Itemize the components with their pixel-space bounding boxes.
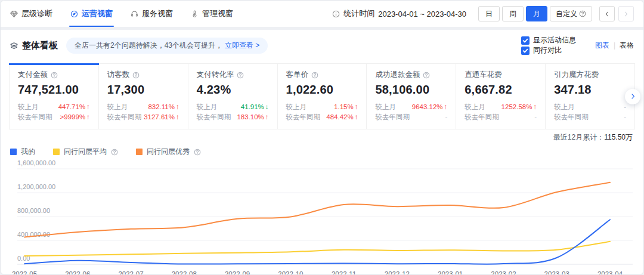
- legend-swatch: [53, 149, 60, 155]
- question-icon: [132, 72, 140, 79]
- next-period-button[interactable]: [618, 6, 634, 21]
- x-axis-tick: 2023-04: [597, 270, 623, 275]
- toggle-0[interactable]: 显示活动信息: [521, 35, 576, 45]
- notice-link[interactable]: 立即查看 >: [225, 41, 259, 51]
- period-button-group: 日周月自定义: [476, 6, 592, 21]
- period-button-周[interactable]: 周: [502, 6, 524, 21]
- checkbox-icon[interactable]: [521, 47, 530, 55]
- compass-icon: [70, 10, 78, 18]
- compare-row: 较上月 -: [554, 102, 626, 112]
- legend-item-0[interactable]: 我的: [10, 147, 35, 157]
- nav-tab-3[interactable]: 管理视窗: [191, 1, 233, 27]
- prev-period-button[interactable]: [599, 6, 615, 21]
- compare-row: 较去年同期 484.42%↑: [286, 112, 358, 122]
- y-axis-tick: 1,600,000.00: [17, 159, 55, 166]
- compare-value: 1252.58%↑: [501, 102, 537, 112]
- compare-label: 较去年同期: [554, 112, 589, 122]
- x-axis-tick: 2022-10: [278, 270, 303, 275]
- toggle-group: 显示活动信息 同行对比: [521, 35, 586, 55]
- summary-value: 115.50万: [604, 133, 633, 141]
- up-arrow-icon: ↑: [176, 113, 179, 120]
- x-axis-tick: 2022-11: [332, 270, 356, 275]
- board-title: 整体看板: [10, 40, 58, 51]
- custom-range-button[interactable]: 自定义: [550, 6, 592, 21]
- nav-tab-2[interactable]: 服务视窗: [131, 1, 173, 27]
- metric-card-3[interactable]: 客单价 1,022.60 较上月 1.15%↑ 较去年同期 484.42%↑: [278, 64, 367, 129]
- metric-card-2[interactable]: 支付转化率 4.23% 较上月 41.91%↓ 较去年同期 183.10%↑: [188, 64, 278, 129]
- compare-value: 832.11%↑: [148, 102, 179, 112]
- metric-card-5[interactable]: 直通车花费 6,667.82 较上月 1252.58%↑ 较去年同期 -: [456, 64, 546, 129]
- notice-pill: 全店一共有2个问题待解决，43个机会可提升， 立即查看 >: [66, 38, 268, 54]
- view-chart-option[interactable]: 图表: [595, 41, 609, 51]
- x-axis-tick: 2023-01: [438, 270, 463, 275]
- nav-tab-1[interactable]: 运营视窗: [70, 1, 113, 27]
- compare-label: 较去年同期: [375, 112, 410, 122]
- y-axis-tick: 400,000.00: [17, 231, 50, 238]
- up-arrow-icon: ↑: [86, 113, 90, 120]
- compare-label: 较去年同期: [197, 112, 231, 122]
- legend-label: 同行同层优秀: [147, 147, 190, 157]
- legend-swatch: [136, 149, 143, 155]
- compare-value: 484.42%↑: [326, 112, 358, 122]
- metric-value: 58,106.00: [375, 83, 447, 97]
- compare-label: 较去年同期: [107, 112, 142, 122]
- compare-row: 较上月 832.11%↑: [107, 102, 179, 112]
- compare-row: 较上月 41.91%↓: [197, 102, 269, 112]
- metric-title: 引力魔方花费: [554, 70, 599, 80]
- up-arrow-icon: ↑: [176, 103, 179, 110]
- summary-row: 最近12月累计：115.50万: [11, 132, 633, 143]
- metric-card-0[interactable]: 支付金额 747,521.00 较上月 447.71%↑ 较去年同期 >9999…: [10, 64, 99, 129]
- compare-value: 9643.12%↑: [412, 102, 448, 112]
- compare-value: -: [534, 112, 537, 122]
- legend-item-2[interactable]: 同行同层优秀: [136, 147, 201, 157]
- stat-time: 统计时间 2023-04-01 ~ 2023-04-30: [332, 8, 466, 19]
- up-arrow-icon: ↑: [444, 103, 448, 110]
- metric-card-6[interactable]: 引力魔方花费 347.18 较上月 - 较去年同期 -: [546, 64, 634, 129]
- legend-label: 同行同层平均: [64, 147, 107, 157]
- stat-time-range: 2023-04-01 ~ 2023-04-30: [378, 10, 466, 18]
- metric-card-4[interactable]: 成功退款金额 58,106.00 较上月 9643.12%↑ 较去年同期 -: [367, 64, 456, 129]
- toggle-1[interactable]: 同行对比: [521, 45, 586, 55]
- y-axis-tick: 1,200,000.00: [17, 183, 55, 190]
- compare-label: 较上月: [18, 102, 39, 112]
- cards-next-button[interactable]: [625, 89, 640, 104]
- metric-cards: 支付金额 747,521.00 较上月 447.71%↑ 较去年同期 >9999…: [9, 63, 635, 129]
- view-table-option[interactable]: 表格: [620, 41, 634, 51]
- up-arrow-icon: ↑: [86, 103, 90, 110]
- compare-value: -: [445, 112, 447, 122]
- compare-label: 较上月: [465, 102, 485, 112]
- checkbox-icon[interactable]: [521, 36, 530, 45]
- question-icon: [194, 149, 201, 156]
- compare-label: 较去年同期: [286, 112, 321, 122]
- layers-icon: [10, 42, 18, 50]
- compare-row: 较上月 447.71%↑: [18, 102, 90, 112]
- period-button-月[interactable]: 月: [526, 6, 547, 21]
- nav-tab-0[interactable]: 层级诊断: [10, 1, 52, 27]
- compare-label: 较上月: [554, 102, 575, 112]
- y-axis-tick: 800,000.00: [17, 207, 50, 214]
- metric-title: 成功退款金额: [375, 70, 420, 80]
- metric-value: 4.23%: [197, 83, 269, 97]
- legend-item-1[interactable]: 同行同层平均: [53, 147, 118, 157]
- metric-card-1[interactable]: 访客数 17,300 较上月 832.11%↑ 较去年同期 3127.61%↑: [99, 64, 188, 129]
- compare-value: 447.71%↑: [58, 102, 90, 112]
- x-axis-tick: 2023-02: [491, 270, 516, 275]
- thermometer-icon: [191, 10, 199, 18]
- compare-row: 较上月 9643.12%↑: [375, 102, 447, 112]
- question-icon: [237, 72, 244, 79]
- compare-row: 较上月 1252.58%↑: [465, 102, 537, 112]
- board-header: 整体看板 全店一共有2个问题待解决，43个机会可提升， 立即查看 > 显示活动信…: [1, 30, 643, 60]
- compare-label: 较去年同期: [465, 112, 499, 122]
- up-arrow-icon: ↑: [355, 113, 358, 120]
- summary-label: 最近12月累计：: [553, 133, 604, 141]
- compare-value: >9999%↑: [60, 112, 90, 122]
- metric-value: 747,521.00: [18, 83, 90, 97]
- series-line-同行同层平均: [24, 242, 610, 256]
- toggle-label: 同行对比: [533, 45, 562, 55]
- legend-swatch: [10, 149, 17, 155]
- up-arrow-icon: ↑: [265, 113, 269, 120]
- trend-chart: 0.00400,000.00800,000.001,200,000.001,60…: [10, 159, 634, 275]
- period-button-日[interactable]: 日: [478, 6, 500, 21]
- metric-title: 访客数: [107, 70, 130, 80]
- topbar-controls: 统计时间 2023-04-01 ~ 2023-04-30 日周月自定义: [332, 6, 634, 21]
